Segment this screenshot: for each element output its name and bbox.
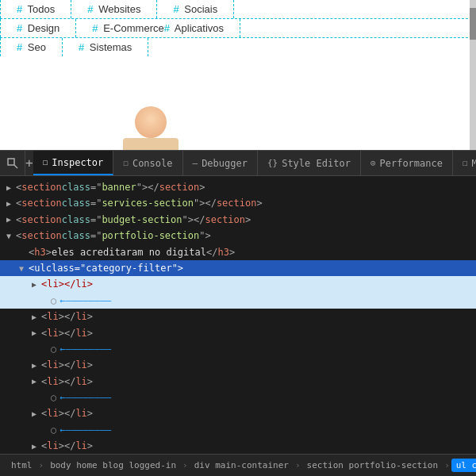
toggle-arrow[interactable]: ▶ [32,374,41,388]
nav-todos[interactable]: # Todos [0,0,71,18]
breadcrumb: html › body home blog logged-in › div ma… [0,454,476,476]
toggle-arrow[interactable]: ▶ [32,326,41,340]
add-button[interactable]: + [25,151,33,175]
breadcrumb-ul[interactable]: ul cate… [451,459,476,472]
table-row[interactable]: ▼ <ul class="category-filter"> [0,260,476,276]
breadcrumb-div[interactable]: div main-container [190,459,294,472]
toggle-arrow[interactable]: ▶ [6,213,16,226]
table-row: ○ ←———————— [0,293,476,309]
performance-icon: ⊙ [370,158,376,168]
nav-sistemas[interactable]: # Sistemas [63,38,148,56]
table-row[interactable]: ▶ <section class="banner"></section> [0,179,476,195]
nav-row-2: # Design # E-Commerce# Aplicativos [0,19,476,38]
table-row: ○ ←———————— [0,341,476,357]
table-row[interactable]: ▶ <section class="budget-section"></sect… [0,212,476,228]
toggle-arrow[interactable]: ▶ [32,310,41,324]
tab-console-label: Console [132,158,173,169]
svg-line-1 [14,165,17,168]
tab-debugger-label: Debugger [202,158,248,169]
table-row[interactable]: ▶ <li></li> [0,374,476,390]
tab-performance[interactable]: ⊙ Performance [361,151,453,175]
tab-memory-label: Mem [472,158,476,169]
tab-debugger[interactable]: — Debugger [183,151,258,175]
table-row[interactable]: ▼ <section class="portfolio-section"> [0,228,476,244]
breadcrumb-body[interactable]: body home blog logged-in [45,459,181,472]
tab-inspector-label: Inspector [52,157,103,168]
pick-element-button[interactable] [0,151,25,175]
style-editor-icon: {} [267,158,278,168]
table-row[interactable]: ▶ <li></li> [0,325,476,341]
nav-row-3: # Seo # Sistemas [0,38,476,56]
dom-panel[interactable]: ▶ <section class="banner"></section> ▶ <… [0,176,476,454]
nav-sociais[interactable]: # Sociais [157,0,234,18]
tab-console[interactable]: ☐ Console [113,151,182,175]
console-icon: ☐ [123,158,129,168]
breadcrumb-section[interactable]: section portfolio-section [302,459,443,472]
memory-icon: ☐ [463,158,468,168]
nav-seo[interactable]: # Seo [0,38,63,56]
preview-area: # Todos # Websites # Sociais # Design # … [0,0,476,151]
table-row[interactable]: ▶ <section class="services-section"></se… [0,195,476,211]
tab-performance-label: Performance [380,158,443,169]
toggle-arrow [19,245,29,259]
tab-style-editor-label: Style Editor [282,158,351,169]
breadcrumb-html[interactable]: html [6,459,37,472]
nav-design[interactable]: # Design [0,19,76,37]
table-row: ○ ←———————— [0,390,476,405]
toggle-arrow[interactable]: ▼ [6,229,16,243]
table-row[interactable]: ▶ <li></li> [0,438,476,454]
person-image [119,106,182,150]
preview-scrollbar[interactable] [470,0,476,150]
table-row[interactable]: ▶ <li></li> [0,276,476,292]
table-row[interactable]: <h3>eles acreditaram no digital</h3> [0,244,476,260]
table-row[interactable]: ▶ <li></li> [0,309,476,324]
devtools-toolbar: + ☐ Inspector ☐ Console — Debugger {} St… [0,151,476,176]
nav-ecommerce[interactable]: # E-Commerce# Aplicativos [76,19,240,37]
toggle-arrow[interactable]: ▶ [32,407,41,420]
toggle-arrow[interactable]: ▶ [6,197,16,210]
nav-row-1: # Todos # Websites # Sociais [0,0,476,19]
toggle-arrow[interactable]: ▼ [19,262,29,275]
debugger-icon: — [193,158,198,168]
tab-inspector[interactable]: ☐ Inspector [33,151,114,175]
toggle-arrow[interactable]: ▶ [6,181,16,194]
tab-style-editor[interactable]: {} Style Editor [258,151,361,175]
table-row[interactable]: ▶ <li></li> [0,405,476,421]
tab-memory[interactable]: ☐ Mem [453,151,476,175]
svg-rect-0 [8,159,14,165]
toggle-arrow[interactable]: ▶ [32,359,41,372]
nav-websites[interactable]: # Websites [71,0,157,18]
table-row: ○ ←———————— [0,422,476,438]
inspector-icon: ☐ [43,157,48,167]
toggle-arrow[interactable]: ▶ [32,440,41,453]
table-row[interactable]: ▶ <li></li> [0,357,476,373]
toggle-arrow[interactable]: ▶ [32,278,41,291]
